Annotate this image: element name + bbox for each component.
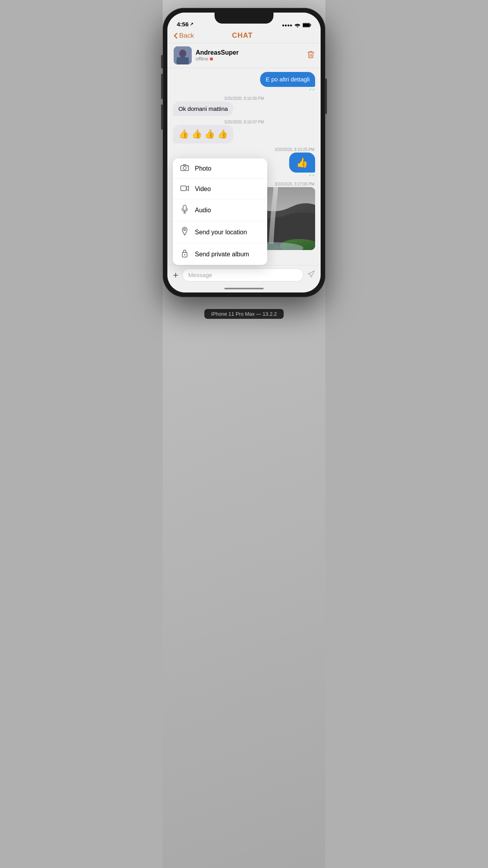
- status-text: offline: [196, 56, 208, 62]
- album-label: Send private album: [195, 251, 249, 258]
- location-label: Send your location: [195, 229, 247, 236]
- svg-point-5: [179, 50, 186, 57]
- svg-rect-2: [310, 24, 311, 26]
- svg-rect-17: [183, 205, 186, 210]
- message-timestamp: 3/20/2020, 8:10:00 PM: [224, 96, 264, 101]
- message-row: 3/20/2020, 8:10:00 PM Ok domani mattina: [173, 96, 315, 116]
- svg-rect-3: [303, 24, 310, 27]
- message-bubble: 👍: [289, 153, 315, 173]
- location-pin-icon: [180, 227, 189, 237]
- chat-header-info: AndreasSuper offline: [196, 49, 307, 62]
- power-button: [325, 79, 327, 114]
- video-icon: [180, 184, 189, 193]
- avatar-image: [174, 46, 192, 64]
- message-bubble: 👍 👍 👍 👍: [173, 125, 233, 143]
- home-bar: [224, 288, 264, 289]
- camera-icon: [180, 164, 189, 173]
- status-icons: ●●●●: [282, 23, 311, 28]
- chat-header: AndreasSuper offline: [167, 43, 321, 68]
- message-input[interactable]: [182, 268, 303, 281]
- audio-label: Audio: [195, 207, 211, 214]
- popup-item-audio[interactable]: Audio: [173, 199, 267, 221]
- input-bar: +: [167, 265, 321, 285]
- microphone-icon: [180, 205, 189, 215]
- lock-icon: [180, 249, 189, 259]
- back-label: Back: [179, 32, 194, 40]
- phone-frame: 4:56 ↗ ●●●●: [163, 8, 325, 297]
- mute-button: [161, 55, 163, 68]
- back-button[interactable]: Back: [174, 32, 194, 40]
- nav-title: Chat: [232, 31, 253, 40]
- svg-point-0: [297, 27, 298, 28]
- nav-bar: Back Chat: [167, 30, 321, 43]
- message-row: 3/20/2020, 8:10:07 PM 👍 👍 👍 👍: [173, 120, 315, 143]
- location-icon: ↗: [190, 22, 193, 27]
- message-row: E po altri dettagli ✓✓: [173, 72, 315, 92]
- signal-icon: ●●●●: [282, 23, 292, 28]
- home-indicator: [167, 285, 321, 292]
- popup-item-photo[interactable]: Photo: [173, 158, 267, 179]
- add-button[interactable]: +: [173, 270, 178, 280]
- message-bubble: E po altri dettagli: [260, 72, 315, 87]
- chevron-left-icon: [174, 33, 178, 39]
- svg-point-15: [187, 166, 188, 167]
- message-bubble: Ok domani mattina: [173, 101, 233, 116]
- svg-rect-16: [181, 186, 186, 191]
- trash-icon: [307, 51, 314, 59]
- time-label: 4:56: [177, 21, 189, 28]
- message-timestamp: 3/20/2020, 8:10:07 PM: [224, 120, 264, 124]
- popup-menu: Photo Video: [173, 158, 267, 265]
- photo-label: Photo: [195, 165, 211, 172]
- send-icon: [307, 270, 315, 278]
- svg-point-20: [184, 229, 186, 231]
- chat-status: offline: [196, 56, 307, 62]
- avatar[interactable]: [174, 46, 192, 64]
- chat-username: AndreasSuper: [196, 49, 307, 56]
- popup-item-video[interactable]: Video: [173, 179, 267, 199]
- status-dot: [210, 57, 213, 61]
- send-button[interactable]: [307, 270, 315, 280]
- popup-item-location[interactable]: Send your location: [173, 221, 267, 243]
- popup-item-album[interactable]: Send private album: [173, 243, 267, 265]
- read-receipt: ✓✓: [309, 173, 315, 177]
- svg-rect-7: [177, 57, 189, 64]
- message-timestamp: 3/20/2020, 8:10:25 PM: [275, 147, 314, 152]
- delete-chat-button[interactable]: [307, 51, 314, 61]
- video-label: Video: [195, 186, 211, 193]
- read-receipt: ✓✓: [309, 87, 315, 92]
- device-label: iPhone 11 Pro Max — 13.2.2: [204, 309, 284, 319]
- message-timestamp: 3/23/2020, 3:27:06 PM: [275, 182, 314, 186]
- volume-up-button: [161, 74, 163, 99]
- status-time: 4:56 ↗: [177, 21, 193, 28]
- svg-point-22: [184, 254, 185, 256]
- wifi-icon: [294, 23, 301, 28]
- volume-down-button: [161, 105, 163, 130]
- notch: [215, 13, 273, 24]
- svg-point-14: [183, 167, 186, 170]
- battery-icon: [303, 23, 311, 28]
